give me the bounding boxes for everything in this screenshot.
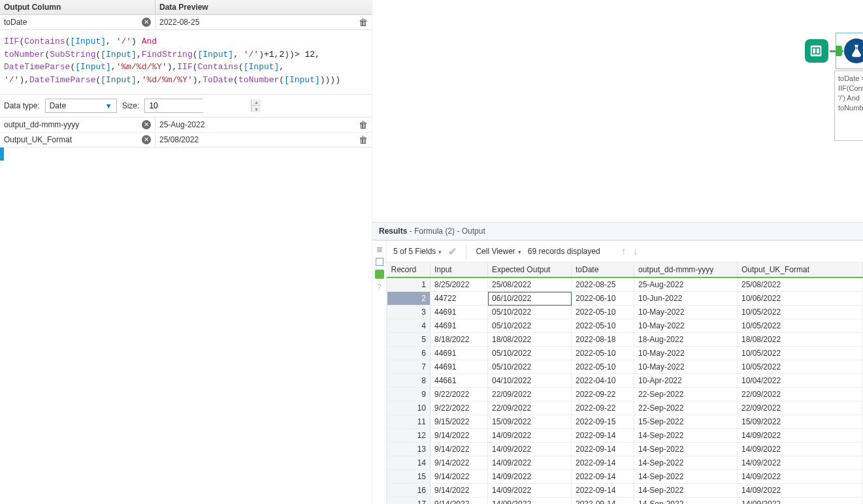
column-header[interactable]: Input: [431, 262, 488, 277]
record-number-cell[interactable]: 1: [387, 277, 431, 292]
output-anchor-icon[interactable]: [375, 270, 384, 279]
data-cell[interactable]: 14/09/2022: [738, 429, 863, 443]
table-row[interactable]: 149/14/202214/09/20222022-09-1414-Sep-20…: [387, 456, 863, 470]
data-cell[interactable]: 14/09/2022: [488, 443, 572, 456]
data-cell[interactable]: 44661: [431, 374, 488, 388]
data-cell[interactable]: 9/14/2022: [431, 429, 488, 443]
data-cell[interactable]: 14-Sep-2022: [634, 497, 738, 505]
data-cell[interactable]: 10-Apr-2022: [634, 374, 738, 388]
data-cell[interactable]: 2022-05-10: [572, 319, 634, 333]
record-number-cell[interactable]: 13: [387, 443, 431, 456]
cell-viewer-dropdown[interactable]: Cell Viewer▾: [476, 247, 521, 256]
help-icon[interactable]: ?: [375, 283, 384, 292]
record-number-cell[interactable]: 4: [387, 319, 431, 333]
table-row[interactable]: 58/18/202218/08/20222022-08-1818-Aug-202…: [387, 333, 863, 347]
record-number-cell[interactable]: 11: [387, 415, 431, 429]
data-cell[interactable]: 10/06/2022: [738, 292, 863, 306]
clear-output-name-icon[interactable]: ✕: [142, 120, 151, 129]
size-stepper[interactable]: ▲ ▼: [144, 99, 203, 113]
data-cell[interactable]: 14/09/2022: [488, 429, 572, 443]
data-cell[interactable]: 14/09/2022: [488, 484, 572, 497]
data-cell[interactable]: 18/08/2022: [738, 333, 863, 347]
data-cell[interactable]: 22-Sep-2022: [634, 388, 738, 402]
data-cell[interactable]: 9/14/2022: [431, 456, 488, 470]
size-up-icon[interactable]: ▲: [252, 99, 261, 106]
data-cell[interactable]: 10/04/2022: [738, 374, 863, 388]
data-cell[interactable]: 22/09/2022: [738, 402, 863, 415]
table-row[interactable]: 119/15/202215/09/20222022-09-1515-Sep-20…: [387, 415, 863, 429]
table-row[interactable]: 34469105/10/20222022-05-1010-May-202210/…: [387, 306, 863, 319]
table-row[interactable]: 18/25/202225/08/20222022-08-2525-Aug-202…: [387, 277, 863, 292]
data-cell[interactable]: 9/22/2022: [431, 402, 488, 415]
data-cell[interactable]: 2022-06-10: [572, 292, 634, 306]
table-row[interactable]: 84466104/10/20222022-04-1010-Apr-202210/…: [387, 374, 863, 388]
results-grid-wrap[interactable]: RecordInputExpected OutputtoDateoutput_d…: [387, 262, 863, 504]
data-cell[interactable]: 22/09/2022: [488, 402, 572, 415]
data-cell[interactable]: 10-May-2022: [634, 319, 738, 333]
data-cell[interactable]: 2022-08-18: [572, 333, 634, 347]
formula-editor[interactable]: IIF(Contains([Input], '/') And toNumber(…: [0, 29, 372, 95]
data-cell[interactable]: 15-Sep-2022: [634, 415, 738, 429]
data-cell[interactable]: 8/25/2022: [431, 277, 488, 292]
table-row[interactable]: 179/14/202214/09/20222022-09-1414-Sep-20…: [387, 497, 863, 505]
data-cell[interactable]: 05/10/2022: [488, 360, 572, 374]
delete-field-icon[interactable]: 🗑: [359, 119, 368, 130]
data-cell[interactable]: 05/10/2022: [488, 319, 572, 333]
record-number-cell[interactable]: 14: [387, 456, 431, 470]
data-cell[interactable]: 22/09/2022: [488, 388, 572, 402]
data-cell[interactable]: 9/22/2022: [431, 388, 488, 402]
data-cell[interactable]: 04/10/2022: [488, 374, 572, 388]
table-row[interactable]: 169/14/202214/09/20222022-09-1414-Sep-20…: [387, 484, 863, 497]
record-number-cell[interactable]: 15: [387, 470, 431, 484]
record-number-cell[interactable]: 10: [387, 402, 431, 415]
data-cell[interactable]: 06/10/2022: [488, 292, 572, 306]
field-row-toDate[interactable]: toDate ✕ 2022-08-25 🗑: [0, 15, 372, 29]
record-number-cell[interactable]: 7: [387, 360, 431, 374]
size-down-icon[interactable]: ▼: [252, 106, 261, 112]
table-row[interactable]: 129/14/202214/09/20222022-09-1414-Sep-20…: [387, 429, 863, 443]
data-cell[interactable]: 9/14/2022: [431, 470, 488, 484]
data-cell[interactable]: 44722: [431, 292, 488, 306]
delete-field-icon[interactable]: 🗑: [359, 17, 368, 27]
data-cell[interactable]: 2022-08-25: [572, 277, 634, 292]
column-header[interactable]: Expected Output: [488, 262, 572, 277]
data-cell[interactable]: 14-Sep-2022: [634, 484, 738, 497]
data-cell[interactable]: 10/05/2022: [738, 306, 863, 319]
data-cell[interactable]: 14-Sep-2022: [634, 429, 738, 443]
data-cell[interactable]: 44691: [431, 306, 488, 319]
data-cell[interactable]: 2022-09-22: [572, 402, 634, 415]
data-cell[interactable]: 15/09/2022: [488, 415, 572, 429]
data-cell[interactable]: 2022-09-14: [572, 429, 634, 443]
input-anchor[interactable]: [836, 46, 842, 56]
record-number-cell[interactable]: 9: [387, 388, 431, 402]
delete-field-icon[interactable]: 🗑: [359, 134, 368, 145]
data-cell[interactable]: 05/10/2022: [488, 347, 572, 360]
list-view-icon[interactable]: ≣: [375, 245, 384, 254]
record-number-cell[interactable]: 5: [387, 333, 431, 347]
data-cell[interactable]: 2022-05-10: [572, 360, 634, 374]
data-cell[interactable]: 44691: [431, 360, 488, 374]
table-row[interactable]: 99/22/202222/09/20222022-09-2222-Sep-202…: [387, 388, 863, 402]
data-cell[interactable]: 9/14/2022: [431, 484, 488, 497]
data-cell[interactable]: 14-Sep-2022: [634, 470, 738, 484]
record-number-cell[interactable]: 17: [387, 497, 431, 505]
data-cell[interactable]: 9/14/2022: [431, 443, 488, 456]
data-cell[interactable]: 14/09/2022: [488, 456, 572, 470]
table-row[interactable]: 74469105/10/20222022-05-1010-May-202210/…: [387, 360, 863, 374]
data-cell[interactable]: 14/09/2022: [738, 497, 863, 505]
data-cell[interactable]: 9/14/2022: [431, 497, 488, 505]
datatype-select[interactable]: Date ▼: [45, 99, 117, 113]
data-cell[interactable]: 2022-09-14: [572, 470, 634, 484]
input-tool-node[interactable]: [805, 39, 828, 63]
data-cell[interactable]: 14-Sep-2022: [634, 456, 738, 470]
data-cell[interactable]: 10-Jun-2022: [634, 292, 738, 306]
column-view-icon[interactable]: [376, 258, 383, 266]
apply-check-icon[interactable]: ✔: [448, 245, 457, 258]
column-header[interactable]: Output_UK_Format: [738, 262, 863, 277]
data-cell[interactable]: 10-May-2022: [634, 347, 738, 360]
table-row[interactable]: 44469105/10/20222022-05-1010-May-202210/…: [387, 319, 863, 333]
data-cell[interactable]: 15/09/2022: [738, 415, 863, 429]
data-cell[interactable]: 2022-05-10: [572, 306, 634, 319]
column-header[interactable]: Record: [387, 262, 431, 277]
data-cell[interactable]: 2022-09-14: [572, 456, 634, 470]
